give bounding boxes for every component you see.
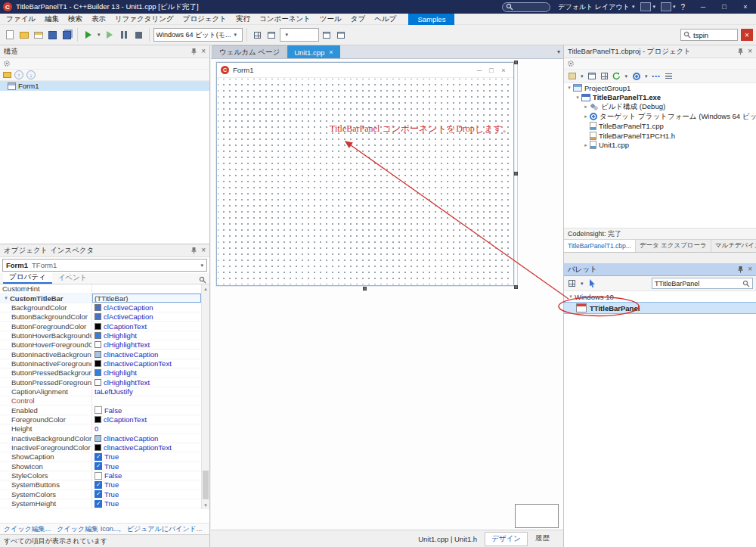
menu-item-9[interactable]: タブ <box>346 14 370 24</box>
tree-chevron-icon[interactable]: ▸ <box>582 142 590 148</box>
folder-icon[interactable] <box>3 72 11 78</box>
property-value-cell[interactable]: True <box>92 452 201 461</box>
object-selector[interactable]: Form1 TForm1 ▾ <box>2 259 207 272</box>
search-close-button[interactable]: × <box>741 29 753 41</box>
form-client-grid[interactable] <box>218 79 513 284</box>
menu-item-3[interactable]: 表示 <box>87 14 110 24</box>
close-panel-icon[interactable]: × <box>748 48 752 55</box>
property-row-ButtonInactiveBackgroundColor[interactable]: ButtonInactiveBackgroundColorclInactiveC… <box>0 350 209 359</box>
pause-icon[interactable] <box>118 29 131 41</box>
property-row-InactiveBackgroundColor[interactable]: InactiveBackgroundColorclInactiveCaption <box>0 434 209 443</box>
project-tree-item[interactable]: ▸Unit1.cpp <box>564 141 756 151</box>
tree-chevron-icon[interactable]: ▸ <box>582 104 590 110</box>
save-icon[interactable] <box>46 29 59 41</box>
project-tree-item[interactable]: ▸ターゲット プラットフォーム (Windows 64 ビット(モダン)) <box>564 112 756 122</box>
close-panel-icon[interactable]: × <box>201 247 206 254</box>
checkbox[interactable] <box>94 472 102 480</box>
palette-search-input[interactable]: TTitleBarPanel <box>652 278 753 289</box>
project-bottom-tab[interactable]: TitleBarPanelT1.cbp... <box>564 240 636 252</box>
select-pointer-icon[interactable] <box>587 278 597 288</box>
minimize-button[interactable]: ─ <box>692 0 714 14</box>
chevron-down-icon[interactable]: ▾ <box>673 4 676 10</box>
resize-handle-top-right[interactable] <box>514 61 518 64</box>
menu-item-8[interactable]: ツール <box>315 14 346 24</box>
resize-handle-bottom-mid[interactable] <box>363 287 367 291</box>
doc-tab[interactable]: ウェルカム ページ <box>212 45 287 58</box>
doc-tab[interactable]: Unit1.cpp× <box>287 45 339 58</box>
property-value-cell[interactable]: clActiveCaption <box>92 312 201 321</box>
menu-item-6[interactable]: 実行 <box>231 14 255 24</box>
pin-icon[interactable] <box>737 48 744 55</box>
property-row-SystemColors[interactable]: SystemColorsTrue <box>0 490 209 499</box>
menu-item-7[interactable]: コンポーネント <box>255 14 315 24</box>
samples-tab[interactable]: Samples <box>408 14 454 25</box>
titlebar-search-input[interactable] <box>502 2 550 12</box>
gear-icon[interactable] <box>567 60 575 67</box>
property-value-cell[interactable] <box>92 396 201 405</box>
property-value-cell[interactable]: False <box>92 471 201 480</box>
run-options-caret-icon[interactable]: ▾ <box>96 32 102 38</box>
property-row-ForegroundColor[interactable]: ForegroundColorclCaptionText <box>0 415 209 424</box>
pin-icon[interactable] <box>191 247 197 254</box>
target-platform-combo[interactable]: Windows 64 ビット(モ... ▾ <box>153 28 243 42</box>
property-value-cell[interactable]: clInactiveCaption <box>92 350 201 358</box>
checkbox[interactable] <box>94 481 102 489</box>
layout-combo[interactable]: デフォルト レイアウト ▾ <box>558 2 634 12</box>
property-row-Control[interactable]: Control <box>0 396 209 406</box>
compile-icon[interactable] <box>251 29 264 41</box>
property-value-cell[interactable]: clHighlightText <box>92 378 201 386</box>
gear-icon[interactable] <box>3 60 11 67</box>
editor-view-tab-履歴[interactable]: 履歴 <box>529 532 556 546</box>
inspector-tab[interactable]: プロパティ <box>3 272 52 284</box>
tab-list-caret-icon[interactable]: ▾ <box>557 48 560 55</box>
property-value-cell[interactable]: clHighlight <box>92 331 201 340</box>
refresh-icon[interactable] <box>612 71 621 81</box>
tree-chevron-icon[interactable]: ▸ <box>582 113 590 120</box>
structure-tree-item[interactable]: Form1 <box>0 81 209 91</box>
close-button[interactable]: × <box>735 0 756 14</box>
property-value-cell[interactable]: True <box>92 490 201 499</box>
project-tree-item[interactable]: ▾ProjectGroup1 <box>564 83 756 93</box>
component-view-icon[interactable] <box>567 278 577 288</box>
window-layout-icon[interactable] <box>335 29 348 41</box>
run-icon[interactable] <box>82 29 94 41</box>
open-icon[interactable] <box>17 29 30 41</box>
property-value-cell[interactable]: True <box>92 480 201 489</box>
checkbox[interactable] <box>94 406 102 414</box>
move-up-icon[interactable]: ↑ <box>14 70 23 79</box>
collapse-icon[interactable]: ▾ <box>2 295 10 301</box>
checkbox[interactable] <box>94 490 102 498</box>
menu-item-4[interactable]: リファクタリング <box>110 14 178 24</box>
editor-view-tab-デザイン[interactable]: デザイン <box>485 532 528 546</box>
property-value-cell[interactable]: clHighlight <box>92 368 201 377</box>
chevron-down-icon[interactable]: ▾ <box>624 73 630 79</box>
property-row-ShowIcon[interactable]: ShowIconTrue <box>0 462 209 471</box>
project-tree-item[interactable]: ▾TitleBarPanelT1.exe <box>564 93 756 103</box>
close-panel-icon[interactable]: × <box>748 266 752 273</box>
menu-item-0[interactable]: ファイル <box>2 14 40 24</box>
property-value-cell[interactable]: clInactiveCaption <box>92 434 201 443</box>
more-icon[interactable]: ••• <box>652 71 662 81</box>
property-row-ButtonForegroundColor[interactable]: ButtonForegroundColorclCaptionText <box>0 322 209 331</box>
scroll-up-icon[interactable]: ▴ <box>202 284 209 293</box>
menu-item-1[interactable]: 編集 <box>40 14 64 24</box>
window-icon[interactable] <box>587 71 597 81</box>
tree-chevron-icon[interactable]: ▾ <box>574 95 581 101</box>
inspector-search-icon[interactable] <box>199 276 206 284</box>
stop-icon[interactable] <box>132 29 145 41</box>
property-value-cell[interactable]: clInactiveCaptionText <box>92 359 201 368</box>
palette-group-windows10[interactable]: ▾ Windows 10 <box>564 291 756 302</box>
chevron-down-icon[interactable]: ▾ <box>643 73 649 79</box>
menu-item-2[interactable]: 検索 <box>64 14 87 24</box>
dock-splitter[interactable] <box>564 253 756 263</box>
property-row-ShowCaption[interactable]: ShowCaptionTrue <box>0 452 209 462</box>
pin-icon[interactable] <box>737 266 744 273</box>
property-row-CustomTitleBar[interactable]: ▾CustomTitleBar(TTitleBar) <box>0 294 209 303</box>
property-row-Height[interactable]: Height0 <box>0 424 209 434</box>
menu-icon[interactable] <box>664 71 674 81</box>
menu-item-5[interactable]: プロジェクト <box>178 14 231 24</box>
run-without-debugging-icon[interactable] <box>104 29 116 41</box>
menu-item-10[interactable]: ヘルプ <box>370 14 401 24</box>
property-row-SystemHeight[interactable]: SystemHeightTrue <box>0 499 209 508</box>
property-value-cell[interactable]: 0 <box>92 424 201 433</box>
